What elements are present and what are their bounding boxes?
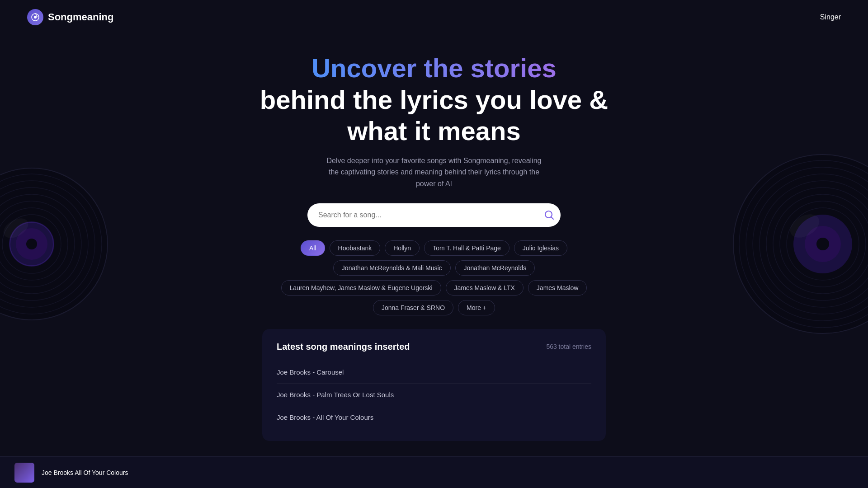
player-song-text: Joe Brooks All Of Your Colours <box>42 469 128 476</box>
search-icon <box>544 210 554 220</box>
songs-total-count: 563 total entries <box>546 343 591 350</box>
filter-tag-8[interactable]: James Maslow & LTX <box>446 280 524 296</box>
svg-point-27 <box>34 16 37 19</box>
logo-text: Songmeaning <box>48 11 113 23</box>
filter-tag-1[interactable]: Hoobastank <box>330 240 381 256</box>
singer-nav-link[interactable]: Singer <box>820 13 841 21</box>
filter-tag-4[interactable]: Julio Iglesias <box>514 240 567 256</box>
song-item-0[interactable]: Joe Brooks - Carousel <box>277 361 591 384</box>
songs-section: Latest song meanings inserted 563 total … <box>262 329 606 441</box>
main-content: Uncover the stories behind the lyrics yo… <box>0 34 868 441</box>
player-thumbnail <box>14 463 34 483</box>
filter-tag-5[interactable]: Jonathan McReynolds & Mali Music <box>333 260 451 276</box>
filter-tag-11[interactable]: More + <box>458 300 495 315</box>
player-info: Joe Brooks All Of Your Colours <box>42 469 128 476</box>
logo-icon <box>27 9 43 25</box>
filter-tag-9[interactable]: James Maslow <box>528 280 587 296</box>
filter-tag-3[interactable]: Tom T. Hall & Patti Page <box>424 240 509 256</box>
navbar: Songmeaning Singer <box>0 0 868 34</box>
filter-tag-2[interactable]: Hollyn <box>385 240 420 256</box>
filter-tag-6[interactable]: Jonathan McReynolds <box>455 260 535 276</box>
songs-header: Latest song meanings inserted 563 total … <box>277 342 591 352</box>
search-container <box>307 203 561 227</box>
filter-tags-container: AllHoobastankHollynTom T. Hall & Patti P… <box>258 240 610 315</box>
player-bar: Joe Brooks All Of Your Colours <box>0 456 868 488</box>
filter-tag-7[interactable]: Lauren Mayhew, James Maslow & Eugene Ugo… <box>281 280 441 296</box>
songs-list: Joe Brooks - CarouselJoe Brooks - Palm T… <box>277 361 591 428</box>
hero-subtitle: Delve deeper into your favorite songs wi… <box>321 155 547 190</box>
search-button[interactable] <box>544 210 554 220</box>
filter-tag-10[interactable]: Jonna Fraser & SRNO <box>373 300 453 315</box>
search-input[interactable] <box>307 203 561 227</box>
filter-tag-0[interactable]: All <box>301 240 325 256</box>
songs-section-title: Latest song meanings inserted <box>277 342 410 352</box>
hero-title-gradient: Uncover the stories <box>311 52 557 84</box>
song-item-2[interactable]: Joe Brooks - All Of Your Colours <box>277 406 591 428</box>
logo[interactable]: Songmeaning <box>27 9 113 25</box>
hero-title-white-2: what it means <box>347 115 521 147</box>
hero-title-white-1: behind the lyrics you love & <box>260 84 608 116</box>
song-item-1[interactable]: Joe Brooks - Palm Trees Or Lost Souls <box>277 384 591 406</box>
